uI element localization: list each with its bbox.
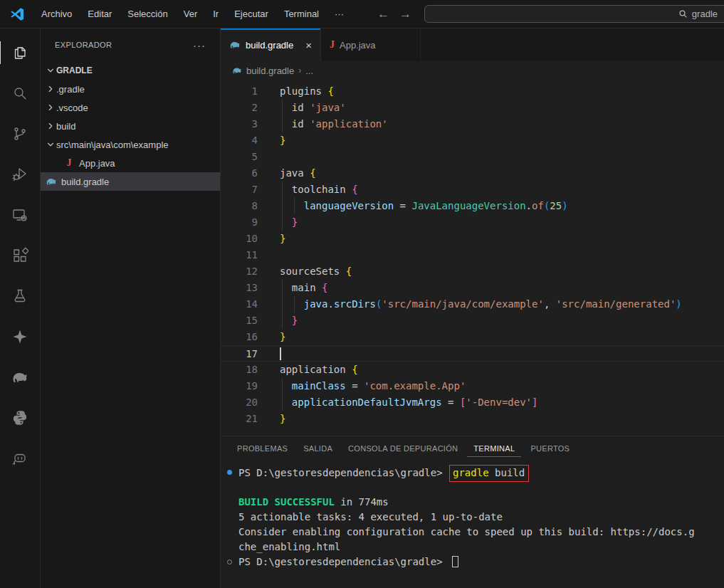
terminal-line-6: che_enabling.html xyxy=(221,540,724,555)
tree-item-label: build xyxy=(56,121,75,132)
back-arrow-icon[interactable]: ← xyxy=(377,8,389,20)
file-tree: GRADLE.gradle.vscodebuildsrc\main\java\c… xyxy=(41,61,220,191)
search-icon xyxy=(678,9,688,19)
terminal-cursor xyxy=(452,556,458,567)
menu-ejecutar[interactable]: Ejecutar xyxy=(226,6,276,22)
code-line-6: 6java { xyxy=(221,165,724,182)
gradle-elephant-icon xyxy=(232,65,242,75)
copilot-icon xyxy=(11,450,28,467)
activity-item-search[interactable] xyxy=(4,76,36,110)
files-icon xyxy=(11,44,28,61)
breadcrumb-separator-icon: › xyxy=(298,65,301,75)
tree-item-src-main-java-com-example[interactable]: src\main\java\com\example xyxy=(41,135,220,154)
tree-item-gradle[interactable]: .gradle xyxy=(41,80,220,98)
sparkle-icon xyxy=(11,328,28,345)
activity-item-python[interactable] xyxy=(4,401,36,435)
line-number: 7 xyxy=(221,182,258,198)
menu-terminal[interactable]: Terminal xyxy=(276,6,327,22)
chevron-down-icon xyxy=(45,140,56,149)
close-icon[interactable]: × xyxy=(305,39,312,51)
editor-tab-build-gradle[interactable]: build.gradle× xyxy=(221,28,321,61)
activity-item-remote-explorer[interactable] xyxy=(4,198,36,232)
search-icon xyxy=(11,85,28,102)
code-line-3: 3 id 'application' xyxy=(221,116,724,132)
code-editor[interactable]: 1plugins {2 id 'java'3 id 'application'4… xyxy=(221,80,724,436)
menu-selecci-n[interactable]: Selección xyxy=(120,6,175,22)
chevron-right-icon xyxy=(45,121,56,131)
line-number: 11 xyxy=(221,247,258,263)
extensions-icon xyxy=(11,247,28,264)
command-decoration-dot-icon[interactable] xyxy=(227,470,232,475)
editor-tab-app-java[interactable]: JApp.java xyxy=(321,28,421,61)
code-line-18: 18application { xyxy=(221,362,724,378)
tree-item-build[interactable]: build xyxy=(41,117,220,135)
activity-item-testing[interactable] xyxy=(4,279,36,313)
line-number: 16 xyxy=(221,329,258,345)
line-number: 17 xyxy=(221,346,258,362)
tree-item-build-gradle[interactable]: build.gradle xyxy=(41,172,220,191)
line-number: 10 xyxy=(221,231,258,247)
python-icon xyxy=(11,409,28,426)
terminal-line-2 xyxy=(221,480,724,495)
beaker-icon xyxy=(11,288,28,305)
vscode-logo-icon xyxy=(9,6,25,22)
breadcrumb-tail[interactable]: ... xyxy=(305,65,313,76)
tab-label: build.gradle xyxy=(246,40,293,51)
line-number: 9 xyxy=(221,214,258,231)
activity-item-gradle[interactable] xyxy=(4,360,36,394)
activity-item-copilot[interactable] xyxy=(4,441,36,476)
tree-item-app-java[interactable]: JApp.java xyxy=(41,154,220,172)
breadcrumb[interactable]: build.gradle › ... xyxy=(221,61,724,80)
line-number: 20 xyxy=(221,394,258,411)
line-number: 8 xyxy=(221,198,258,214)
code-line-7: 7 toolchain { xyxy=(221,182,724,198)
panel-tab-terminal[interactable]: TERMINAL xyxy=(467,440,521,457)
chevron-down-icon xyxy=(45,65,56,75)
code-line-10: 10} xyxy=(221,231,724,247)
menu-ir[interactable]: Ir xyxy=(205,6,226,22)
java-file-icon: J xyxy=(330,39,335,51)
line-number: 3 xyxy=(221,116,258,132)
tree-item-label: .gradle xyxy=(56,84,85,95)
panel-tab-bar: PROBLEMASSALIDACONSOLA DE DEPURACIÓNTERM… xyxy=(221,436,724,461)
forward-arrow-icon[interactable]: → xyxy=(399,8,411,20)
editor-tab-bar: build.gradle×JApp.java xyxy=(221,28,724,61)
tree-item-vscode[interactable]: .vscode xyxy=(41,98,220,117)
chevron-right-icon xyxy=(45,84,56,94)
menu-archivo[interactable]: Archivo xyxy=(33,6,80,22)
panel-tab-problemas[interactable]: PROBLEMAS xyxy=(231,440,294,457)
command-decoration-ring-icon[interactable] xyxy=(227,560,232,565)
command-center-search[interactable]: gradle xyxy=(424,5,724,23)
activity-item-source-control[interactable] xyxy=(4,117,36,151)
activity-item-explorer[interactable] xyxy=(4,36,36,70)
code-line-12: 12sourceSets { xyxy=(221,263,724,280)
section-label: GRADLE xyxy=(56,65,93,75)
line-number: 12 xyxy=(221,263,258,280)
tree-item-label: .vscode xyxy=(56,103,88,113)
code-line-21: 21} xyxy=(221,411,724,427)
code-line-15: 15 } xyxy=(221,313,724,329)
terminal[interactable]: PS D:\gestoresdependencias\gradle> gradl… xyxy=(221,461,724,588)
bottom-panel: PROBLEMASSALIDACONSOLA DE DEPURACIÓNTERM… xyxy=(221,436,724,588)
line-number: 14 xyxy=(221,296,258,313)
code-line-16: 16} xyxy=(221,329,724,345)
java-file-icon: J xyxy=(63,157,75,169)
panel-tab-puertos[interactable]: PUERTOS xyxy=(524,440,576,457)
sidebar-actions-ellipsis-icon[interactable]: ··· xyxy=(190,39,209,51)
source-control-icon xyxy=(11,125,28,142)
menu-overflow-ellipsis-icon[interactable]: ··· xyxy=(327,6,352,22)
breadcrumb-file[interactable]: build.gradle xyxy=(246,65,294,76)
panel-tab-salida[interactable]: SALIDA xyxy=(297,440,339,457)
panel-tab-consola-de-depuraci-n[interactable]: CONSOLA DE DEPURACIÓN xyxy=(342,440,464,457)
line-number: 5 xyxy=(221,149,258,165)
menu-editar[interactable]: Editar xyxy=(80,6,120,22)
activity-item-extensions[interactable] xyxy=(4,238,36,273)
line-number: 2 xyxy=(221,100,258,116)
activity-item-assistant[interactable] xyxy=(4,320,36,354)
activity-item-run-debug[interactable] xyxy=(4,157,36,191)
line-number: 21 xyxy=(221,411,258,427)
line-number: 15 xyxy=(221,313,258,329)
gradle-elephant-icon xyxy=(11,369,28,386)
tree-section-gradle[interactable]: GRADLE xyxy=(41,61,220,80)
menu-ver[interactable]: Ver xyxy=(176,6,206,22)
